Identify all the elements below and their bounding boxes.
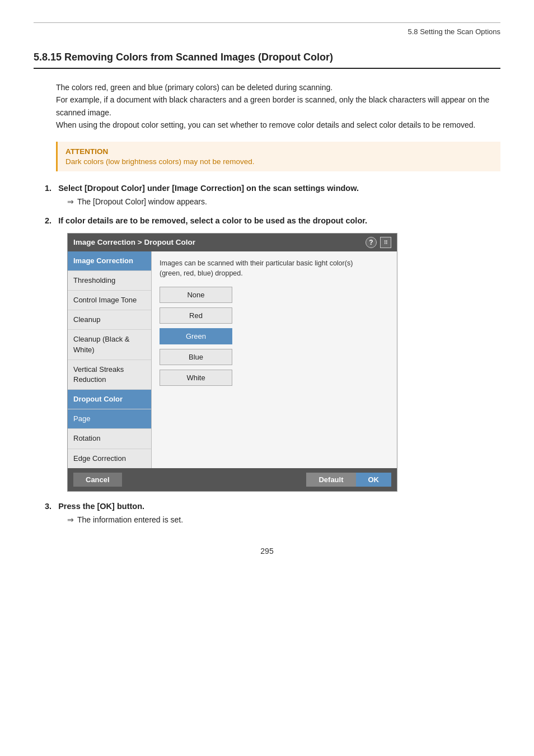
color-option-none[interactable]: None xyxy=(160,287,232,303)
color-option-white[interactable]: White xyxy=(160,370,232,386)
step-1: 1. Select [Dropout Color] under [Image C… xyxy=(34,184,500,206)
help-icon[interactable]: ? xyxy=(366,237,377,248)
attention-box: ATTENTION Dark colors (low brightness co… xyxy=(56,142,500,171)
sidebar-item-image-correction[interactable]: Image Correction xyxy=(68,251,151,271)
step-2: 2. If color details are to be removed, s… xyxy=(34,216,500,492)
dialog-titlebar: Image Correction > Dropout Color ? ⁝⁝ xyxy=(68,234,397,251)
dialog-title-text: Image Correction > Dropout Color xyxy=(73,238,195,246)
default-button[interactable]: Default xyxy=(306,473,355,487)
sidebar-item-control-image-tone[interactable]: Control Image Tone xyxy=(68,291,151,310)
sidebar-item-cleanup[interactable]: Cleanup xyxy=(68,310,151,330)
step-3-num: 3. Press the [OK] button. xyxy=(45,502,500,511)
sidebar-item-cleanup-bw[interactable]: Cleanup (Black & White) xyxy=(68,330,151,360)
sidebar-item-vertical-streaks[interactable]: Vertical Streaks Reduction xyxy=(68,360,151,390)
cancel-button[interactable]: Cancel xyxy=(73,473,122,487)
page-number: 295 xyxy=(34,547,500,556)
footer-row: Cancel Default OK xyxy=(73,473,391,487)
sidebar-item-page[interactable]: Page xyxy=(68,409,151,429)
sidebar-item-dropout-color[interactable]: Dropout Color xyxy=(68,390,151,409)
attention-body: Dark colors (low brightness colors) may … xyxy=(65,157,493,166)
intro-para3: When using the dropout color setting, yo… xyxy=(56,119,500,131)
sidebar-item-edge-correction[interactable]: Edge Correction xyxy=(68,449,151,468)
dialog-main-content: Images can be scanned with their particu… xyxy=(152,251,397,468)
dialog-sidebar: Image Correction Thresholding Control Im… xyxy=(68,251,152,468)
step-1-num: 1. Select [Dropout Color] under [Image C… xyxy=(45,184,500,193)
dialog-title-icons: ? ⁝⁝ xyxy=(366,237,391,248)
step-3: 3. Press the [OK] button. ⇒ The informat… xyxy=(34,502,500,524)
page: 5.8 Setting the Scan Options 5.8.15 Remo… xyxy=(0,0,534,756)
sidebar-item-rotation[interactable]: Rotation xyxy=(68,429,151,449)
sidebar-item-thresholding[interactable]: Thresholding xyxy=(68,271,151,291)
color-option-red[interactable]: Red xyxy=(160,307,232,324)
ok-button[interactable]: OK xyxy=(356,473,392,487)
page-title: 5.8.15 Removing Colors from Scanned Imag… xyxy=(34,52,500,69)
header-section-ref: 5.8 Setting the Scan Options xyxy=(34,22,500,36)
dialog-window: Image Correction > Dropout Color ? ⁝⁝ Im… xyxy=(67,233,397,492)
color-option-blue[interactable]: Blue xyxy=(160,349,232,365)
intro-para1: The colors red, green and blue (primary … xyxy=(56,81,500,94)
arrow-icon-3: ⇒ xyxy=(67,515,74,524)
attention-title: ATTENTION xyxy=(65,147,493,156)
dialog-footer: Cancel Default OK xyxy=(68,468,397,491)
step-3-detail: ⇒ The information entered is set. xyxy=(67,515,500,524)
section-ref-text: 5.8 Setting the Scan Options xyxy=(408,27,501,36)
step-1-detail: ⇒ The [Dropout Color] window appears. xyxy=(67,197,500,206)
intro-para2: For example, if a document with black ch… xyxy=(56,94,500,119)
dialog-body: Image Correction Thresholding Control Im… xyxy=(68,251,397,468)
grid-icon[interactable]: ⁝⁝ xyxy=(380,237,391,248)
arrow-icon-1: ⇒ xyxy=(67,197,74,206)
step-2-num: 2. If color details are to be removed, s… xyxy=(45,216,500,225)
intro-block: The colors red, green and blue (primary … xyxy=(56,81,500,132)
color-option-green[interactable]: Green xyxy=(160,328,232,344)
dialog-description: Images can be scanned with their particu… xyxy=(160,258,389,279)
